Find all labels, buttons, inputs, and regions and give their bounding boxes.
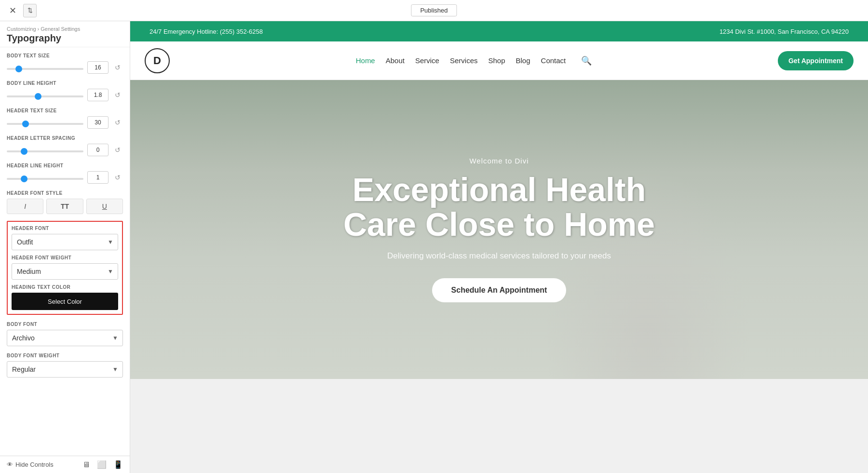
preview-hero: Welcome to Divi Exceptional Health Care …	[130, 80, 868, 379]
body-line-height-slider[interactable]	[7, 95, 83, 97]
body-line-height-label: BODY LINE HEIGHT	[7, 81, 123, 86]
body-font-select[interactable]: Archivo	[7, 330, 123, 346]
hide-controls-label: Hide Controls	[15, 461, 54, 468]
close-button[interactable]: ✕	[6, 4, 19, 17]
body-font-weight-row: BODY FONT WEIGHT Regular ▼	[7, 353, 123, 378]
select-color-button[interactable]: Select Color	[12, 293, 118, 310]
underline-button[interactable]: U	[86, 199, 123, 214]
header-letter-spacing-label: HEADER LETTER SPACING	[7, 135, 123, 141]
nav-link-services[interactable]: Services	[450, 56, 478, 65]
header-line-height-reset[interactable]: ↺	[112, 172, 123, 183]
header-line-height-label: HEADER LINE HEIGHT	[7, 163, 123, 168]
eye-icon: 👁	[7, 461, 13, 468]
hero-title-line1: Exceptional Health	[353, 171, 646, 208]
search-icon[interactable]: 🔍	[581, 55, 592, 66]
header-text-size-label: HEADER TEXT SIZE	[7, 108, 123, 113]
header-letter-spacing-row: HEADER LETTER SPACING 0 ↺	[7, 135, 123, 156]
hero-title-line2: Care Close to Home	[343, 206, 655, 243]
hero-welcome: Welcome to Divi	[343, 157, 655, 165]
header-letter-spacing-value: 0	[87, 144, 108, 156]
panel-body: BODY TEXT SIZE 16 ↺ BODY LINE HEIGHT 1.8	[0, 47, 130, 456]
header-letter-spacing-slider[interactable]	[7, 150, 83, 152]
body-text-size-row: BODY TEXT SIZE 16 ↺	[7, 53, 123, 74]
header-font-row: HEADER FONT Outfit ▼	[12, 226, 118, 250]
nav-link-blog[interactable]: Blog	[516, 56, 530, 65]
nav-link-shop[interactable]: Shop	[488, 56, 505, 65]
get-appointment-button[interactable]: Get Appointment	[778, 51, 854, 70]
body-line-height-slider-row: 1.8 ↺	[7, 89, 123, 101]
header-letter-spacing-reset[interactable]: ↺	[112, 145, 123, 155]
header-text-size-reset[interactable]: ↺	[112, 117, 123, 128]
nav-logo: D	[145, 48, 170, 73]
body-text-size-slider-row: 16 ↺	[7, 61, 123, 74]
highlighted-section: HEADER FONT Outfit ▼ HEADER FONT WEIGHT …	[7, 221, 123, 315]
header-font-style-label: HEADER FONT STYLE	[7, 190, 123, 196]
heading-text-color-label: HEADING TEXT COLOR	[12, 284, 118, 290]
mobile-icon[interactable]: 📱	[113, 460, 123, 469]
header-text-size-slider-row: 30 ↺	[7, 116, 123, 129]
font-style-row: I TT U	[7, 199, 123, 214]
nav-link-about[interactable]: About	[386, 56, 405, 65]
header-letter-spacing-slider-row: 0 ↺	[7, 144, 123, 156]
preview-topbar: 24/7 Emergency Hotline: (255) 352-6258 1…	[130, 21, 868, 41]
header-line-height-value: 1	[87, 171, 108, 184]
body-font-weight-dropdown-wrap: Regular ▼	[7, 361, 123, 378]
bold-button[interactable]: TT	[46, 199, 83, 214]
topbar-right-text: 1234 Divi St. #1000, San Francisco, CA 9…	[719, 28, 849, 35]
body-text-size-reset[interactable]: ↺	[112, 62, 123, 73]
hero-subtitle: Delivering world-class medical services …	[343, 251, 655, 261]
breadcrumb: Customizing › General Settings	[7, 26, 123, 32]
nav-link-contact[interactable]: Contact	[541, 56, 566, 65]
header-line-height-slider-wrap	[7, 173, 83, 182]
nav-links: Home About Service Services Shop Blog Co…	[356, 55, 592, 66]
panel-title: Typography	[7, 33, 123, 44]
body-font-label: BODY FONT	[7, 322, 123, 327]
nav-link-service[interactable]: Service	[415, 56, 439, 65]
desktop-icon[interactable]: 🖥	[82, 460, 90, 469]
body-line-height-row: BODY LINE HEIGHT 1.8 ↺	[7, 81, 123, 101]
header-font-style-row: HEADER FONT STYLE I TT U	[7, 190, 123, 214]
body-line-height-slider-wrap	[7, 91, 83, 99]
tablet-icon[interactable]: ⬜	[97, 460, 107, 469]
schedule-appointment-button[interactable]: Schedule An Appointment	[432, 278, 567, 302]
body-text-size-value: 16	[87, 61, 108, 74]
header-text-size-slider-wrap	[7, 118, 83, 127]
body-line-height-reset[interactable]: ↺	[112, 90, 123, 100]
hero-content: Welcome to Divi Exceptional Health Care …	[334, 147, 665, 312]
header-letter-spacing-slider-wrap	[7, 146, 83, 154]
main-layout: Customizing › General Settings Typograph…	[0, 21, 868, 473]
header-font-weight-row: HEADER FONT WEIGHT Medium ▼	[12, 255, 118, 280]
body-text-size-slider[interactable]	[7, 68, 83, 70]
body-font-weight-label: BODY FONT WEIGHT	[7, 353, 123, 358]
heading-text-color-row: HEADING TEXT COLOR Select Color	[12, 284, 118, 310]
header-line-height-slider[interactable]	[7, 178, 83, 180]
header-font-label: HEADER FONT	[12, 226, 118, 231]
preview-area: 24/7 Emergency Hotline: (255) 352-6258 1…	[130, 21, 868, 473]
header-font-weight-label: HEADER FONT WEIGHT	[12, 255, 118, 260]
header-font-weight-select[interactable]: Medium	[12, 263, 118, 280]
hide-controls-button[interactable]: 👁 Hide Controls	[7, 461, 54, 468]
body-font-dropdown-wrap: Archivo ▼	[7, 330, 123, 346]
panel-header: Customizing › General Settings Typograph…	[0, 21, 130, 47]
body-font-row: BODY FONT Archivo ▼	[7, 322, 123, 346]
header-line-height-row: HEADER LINE HEIGHT 1 ↺	[7, 163, 123, 184]
nav-link-home[interactable]: Home	[356, 56, 375, 65]
published-button[interactable]: Published	[411, 4, 457, 16]
hero-title: Exceptional Health Care Close to Home	[343, 173, 655, 242]
header-font-dropdown-wrap: Outfit ▼	[12, 234, 118, 250]
header-line-height-slider-row: 1 ↺	[7, 171, 123, 184]
top-bar-left: ✕ ⇅	[0, 4, 42, 17]
italic-button[interactable]: I	[7, 199, 43, 214]
swap-button[interactable]: ⇅	[23, 4, 37, 17]
top-bar: ✕ ⇅ Published	[0, 0, 868, 21]
panel-bottom: 👁 Hide Controls 🖥 ⬜ 📱	[0, 456, 130, 473]
header-font-select[interactable]: Outfit	[12, 234, 118, 250]
header-font-weight-dropdown-wrap: Medium ▼	[12, 263, 118, 280]
body-text-size-slider-wrap	[7, 63, 83, 72]
topbar-left-text: 24/7 Emergency Hotline: (255) 352-6258	[149, 28, 263, 35]
header-text-size-slider[interactable]	[7, 123, 83, 125]
left-panel: Customizing › General Settings Typograph…	[0, 21, 130, 473]
body-line-height-value: 1.8	[87, 89, 108, 101]
header-text-size-row: HEADER TEXT SIZE 30 ↺	[7, 108, 123, 129]
body-font-weight-select[interactable]: Regular	[7, 361, 123, 378]
